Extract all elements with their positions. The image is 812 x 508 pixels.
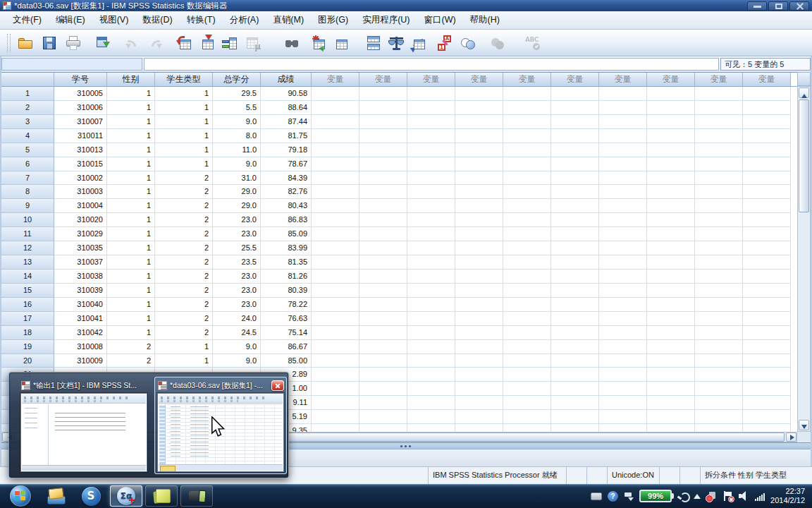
- cell[interactable]: 310020: [54, 213, 107, 227]
- cell[interactable]: 85.00: [261, 354, 312, 368]
- empty-cell[interactable]: [743, 115, 791, 129]
- empty-cell[interactable]: [455, 171, 503, 186]
- empty-cell[interactable]: [599, 213, 647, 227]
- toolbar-weight-cases-button[interactable]: [386, 32, 407, 54]
- toolbar-variables-button[interactable]: [219, 32, 240, 54]
- row-number[interactable]: 13: [1, 255, 54, 270]
- empty-cell[interactable]: [407, 396, 455, 410]
- empty-cell[interactable]: [647, 255, 695, 270]
- empty-cell[interactable]: [359, 396, 407, 410]
- empty-cell[interactable]: [599, 129, 647, 143]
- toolbar-print-button[interactable]: [63, 32, 84, 54]
- action-center-flag-icon[interactable]: [722, 491, 733, 502]
- empty-cell[interactable]: [647, 284, 695, 298]
- cell[interactable]: 86.67: [261, 340, 312, 354]
- cell[interactable]: 84.39: [261, 171, 312, 186]
- cell[interactable]: 90.58: [261, 87, 312, 101]
- empty-cell[interactable]: [359, 101, 407, 115]
- empty-cell[interactable]: [312, 270, 359, 284]
- empty-cell[interactable]: [312, 213, 359, 227]
- cell[interactable]: 80.39: [261, 284, 312, 298]
- cell[interactable]: 1: [107, 270, 155, 284]
- empty-cell[interactable]: [407, 213, 455, 227]
- empty-cell[interactable]: [551, 241, 599, 255]
- cell[interactable]: 310009: [54, 354, 107, 368]
- empty-cell[interactable]: [695, 382, 743, 396]
- row-number[interactable]: 18: [1, 326, 54, 340]
- empty-cell[interactable]: [599, 298, 647, 312]
- toolbar-goto-case-button[interactable]: [174, 32, 195, 54]
- cell[interactable]: 11.0: [213, 143, 261, 157]
- col-header-empty[interactable]: 变量: [743, 73, 791, 87]
- empty-cell[interactable]: [455, 340, 503, 354]
- cell[interactable]: 9.0: [213, 340, 261, 354]
- empty-cell[interactable]: [312, 241, 359, 255]
- empty-cell[interactable]: [647, 312, 695, 326]
- empty-cell[interactable]: [359, 326, 407, 340]
- cell[interactable]: 310006: [54, 101, 107, 115]
- menu-item-help[interactable]: 帮助(H): [463, 12, 507, 28]
- empty-cell[interactable]: [407, 157, 455, 171]
- empty-cell[interactable]: [647, 354, 695, 368]
- empty-cell[interactable]: [503, 115, 551, 129]
- empty-cell[interactable]: [407, 199, 455, 213]
- cell[interactable]: 29.0: [213, 185, 261, 199]
- start-button[interactable]: [4, 485, 37, 507]
- empty-cell[interactable]: [647, 340, 695, 354]
- empty-cell[interactable]: [503, 284, 551, 298]
- empty-cell[interactable]: [599, 396, 647, 410]
- scroll-down-arrow-icon[interactable]: [799, 420, 809, 430]
- empty-cell[interactable]: [359, 143, 407, 157]
- col-header-empty[interactable]: 变量: [647, 73, 695, 87]
- empty-cell[interactable]: [647, 396, 695, 410]
- empty-cell[interactable]: [407, 129, 455, 143]
- cell[interactable]: 1: [107, 87, 155, 101]
- cell[interactable]: 2: [155, 227, 213, 241]
- cell[interactable]: 2: [155, 241, 213, 255]
- toolbar-insert-cases-button[interactable]: [308, 32, 329, 54]
- empty-cell[interactable]: [407, 101, 455, 115]
- empty-cell[interactable]: [743, 255, 791, 270]
- toolbar-select-cases-button[interactable]: [408, 32, 429, 54]
- row-number[interactable]: 11: [1, 227, 54, 241]
- cell[interactable]: 29.0: [213, 199, 261, 213]
- empty-cell[interactable]: [551, 87, 599, 101]
- cell[interactable]: 85.09: [261, 227, 312, 241]
- empty-cell[interactable]: [599, 326, 647, 340]
- cell[interactable]: 23.0: [213, 227, 261, 241]
- spss-button[interactable]: Σα: [110, 485, 142, 507]
- empty-cell[interactable]: [312, 199, 359, 213]
- cell[interactable]: 78.67: [261, 157, 312, 171]
- empty-cell[interactable]: [551, 101, 599, 115]
- row-number[interactable]: 15: [1, 284, 54, 298]
- empty-cell[interactable]: [695, 143, 743, 157]
- empty-cell[interactable]: [455, 424, 503, 432]
- empty-cell[interactable]: [599, 171, 647, 186]
- empty-cell[interactable]: [359, 270, 407, 284]
- empty-cell[interactable]: [647, 115, 695, 129]
- toolbar-insert-variable-button[interactable]: [331, 32, 352, 54]
- empty-cell[interactable]: [359, 368, 407, 382]
- empty-cell[interactable]: [407, 424, 455, 432]
- empty-cell[interactable]: [743, 101, 791, 115]
- empty-cell[interactable]: [599, 255, 647, 270]
- cell[interactable]: 1: [107, 284, 155, 298]
- empty-cell[interactable]: [407, 284, 455, 298]
- empty-cell[interactable]: [647, 143, 695, 157]
- row-number[interactable]: 17: [1, 312, 54, 326]
- empty-cell[interactable]: [743, 298, 791, 312]
- toolbar-open-data-document-button[interactable]: [15, 32, 36, 54]
- empty-cell[interactable]: [455, 382, 503, 396]
- empty-cell[interactable]: [695, 298, 743, 312]
- empty-cell[interactable]: [407, 171, 455, 186]
- empty-cell[interactable]: [359, 129, 407, 143]
- empty-cell[interactable]: [455, 312, 503, 326]
- cell[interactable]: 1: [107, 227, 155, 241]
- cell[interactable]: 1: [155, 87, 213, 101]
- cell[interactable]: 310003: [54, 185, 107, 199]
- empty-cell[interactable]: [695, 241, 743, 255]
- cell[interactable]: 1: [107, 241, 155, 255]
- empty-cell[interactable]: [503, 157, 551, 171]
- empty-cell[interactable]: [312, 298, 359, 312]
- cell[interactable]: 1: [107, 101, 155, 115]
